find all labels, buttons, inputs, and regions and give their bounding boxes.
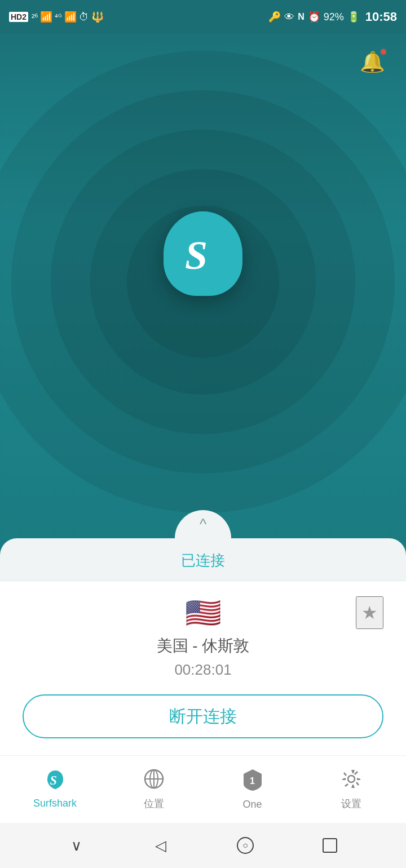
signal-bar-1: 📶 xyxy=(40,11,52,23)
status-time: 10:58 xyxy=(365,10,397,24)
bottom-area: ^ 已连接 🇺🇸 ★ 美国 - 休斯敦 00:28:01 断开连接 S Surf… xyxy=(0,538,406,868)
sys-nav-back[interactable]: ◁ xyxy=(147,831,175,860)
country-flag: 🇺🇸 xyxy=(185,598,222,627)
bottom-navigation: S Surfshark 位置 1 xyxy=(0,755,406,823)
connected-status-bar: 已连接 xyxy=(0,538,406,581)
status-right-icons: 🔑 👁 N ⏰ 92% 🔋 10:58 xyxy=(268,10,397,24)
notification-button[interactable]: 🔔 xyxy=(355,45,389,79)
connection-timer: 00:28:01 xyxy=(23,661,383,679)
connected-bubble: ^ 已连接 xyxy=(0,538,406,581)
location-name: 美国 - 休斯敦 xyxy=(23,635,383,657)
chevron-up-icon: ^ xyxy=(200,517,206,532)
battery-icon: 🔋 xyxy=(347,11,360,23)
nfc-icon: N xyxy=(298,12,304,22)
svg-text:S: S xyxy=(185,233,208,278)
sys-nav-home[interactable]: ○ xyxy=(231,831,259,860)
nav-label-location: 位置 xyxy=(144,797,164,811)
svg-text:1: 1 xyxy=(250,776,255,786)
nav-item-one[interactable]: 1 One xyxy=(203,756,302,823)
surfshark-logo-button[interactable]: S xyxy=(158,209,248,299)
connection-info-card: 🇺🇸 ★ 美国 - 休斯敦 00:28:01 断开连接 xyxy=(0,581,406,755)
connected-text: 已连接 xyxy=(181,552,225,569)
location-nav-icon xyxy=(144,769,164,794)
system-navigation-bar: ∨ ◁ ○ xyxy=(0,823,406,868)
surfshark-s-logo: S xyxy=(180,228,226,279)
sys-nav-recents[interactable] xyxy=(316,831,344,860)
nav-item-location[interactable]: 位置 xyxy=(104,756,203,823)
nav-label-surfshark: Surfshark xyxy=(33,798,77,809)
wifi-icon: 📶 xyxy=(64,11,77,23)
favorite-button[interactable]: ★ xyxy=(356,596,383,629)
settings-nav-icon xyxy=(341,769,361,794)
vpn-key-icon: 🔱 xyxy=(91,11,104,23)
eye-icon: 👁 xyxy=(284,11,294,23)
nav-label-one: One xyxy=(242,799,262,811)
nav-label-settings: 设置 xyxy=(341,797,361,811)
airplane-icon: ⏱ xyxy=(79,11,89,23)
signal-icons: ²⁶ xyxy=(32,12,38,23)
signal-bar-2: ⁴ᴳ xyxy=(55,12,62,21)
sys-nav-down[interactable]: ∨ xyxy=(62,831,90,860)
key-icon: 🔑 xyxy=(268,11,281,23)
status-left-icons: HD2 ²⁶ 📶 ⁴ᴳ 📶 ⏱ 🔱 xyxy=(9,11,104,23)
logo-shape: S xyxy=(164,211,242,296)
one-nav-icon: 1 xyxy=(242,768,263,795)
notification-dot xyxy=(379,48,387,56)
flag-row: 🇺🇸 ★ xyxy=(23,598,383,627)
hd2-icon: HD2 xyxy=(9,12,28,22)
battery-percent: 92% xyxy=(324,11,344,23)
svg-point-7 xyxy=(348,776,355,782)
nav-item-surfshark[interactable]: S Surfshark xyxy=(6,756,104,823)
svg-text:S: S xyxy=(50,773,56,787)
alarm-icon: ⏰ xyxy=(308,11,320,23)
bell-icon: 🔔 xyxy=(360,50,385,74)
disconnect-button[interactable]: 断开连接 xyxy=(23,694,383,738)
surfshark-nav-icon: S xyxy=(45,769,65,794)
nav-item-settings[interactable]: 设置 xyxy=(302,756,400,823)
status-bar: HD2 ²⁶ 📶 ⁴ᴳ 📶 ⏱ 🔱 🔑 👁 N ⏰ 92% 🔋 10:58 xyxy=(0,0,406,34)
